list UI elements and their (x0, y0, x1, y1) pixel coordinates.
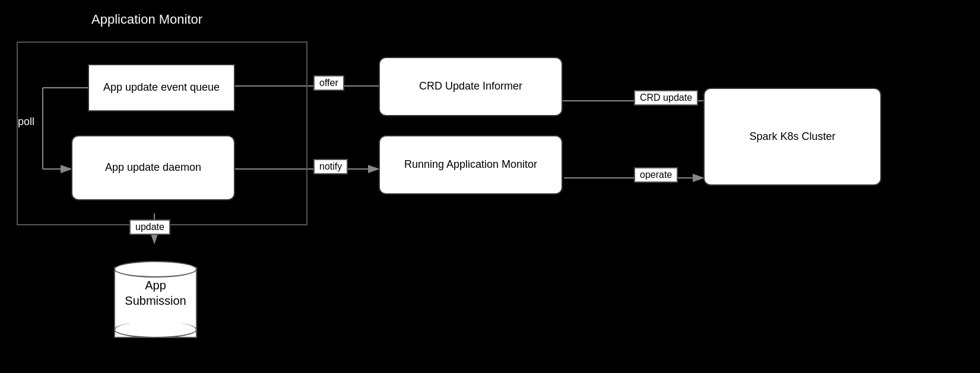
update-label: update (129, 219, 170, 235)
diagram: Application Monitor App update event que… (0, 0, 980, 373)
application-monitor-title: Application Monitor (88, 11, 206, 28)
offer-label: offer (313, 75, 344, 91)
spark-k8s-cluster: Spark K8s Cluster (703, 88, 881, 186)
app-update-event-queue: App update event queue (88, 64, 235, 111)
crd-update-informer: CRD Update Informer (379, 57, 563, 116)
poll-label: poll (18, 116, 34, 128)
app-submission-top (114, 261, 197, 278)
app-submission-label: App Submission (114, 278, 197, 308)
notify-label: notify (313, 159, 348, 174)
crd-update-label: CRD update (634, 90, 698, 106)
operate-label: operate (634, 167, 678, 183)
running-application-monitor: Running Application Monitor (379, 135, 563, 195)
app-submission-bottom (114, 321, 197, 338)
app-update-daemon: App update daemon (71, 135, 235, 200)
